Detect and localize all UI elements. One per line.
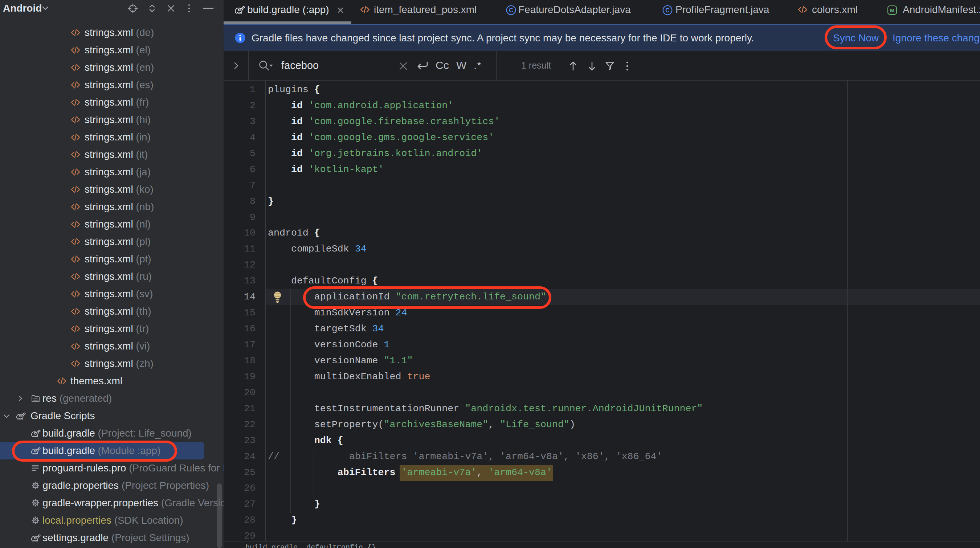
svg-text:C: C — [509, 7, 513, 13]
svg-text:M: M — [890, 7, 895, 13]
svg-text:C: C — [665, 7, 670, 13]
